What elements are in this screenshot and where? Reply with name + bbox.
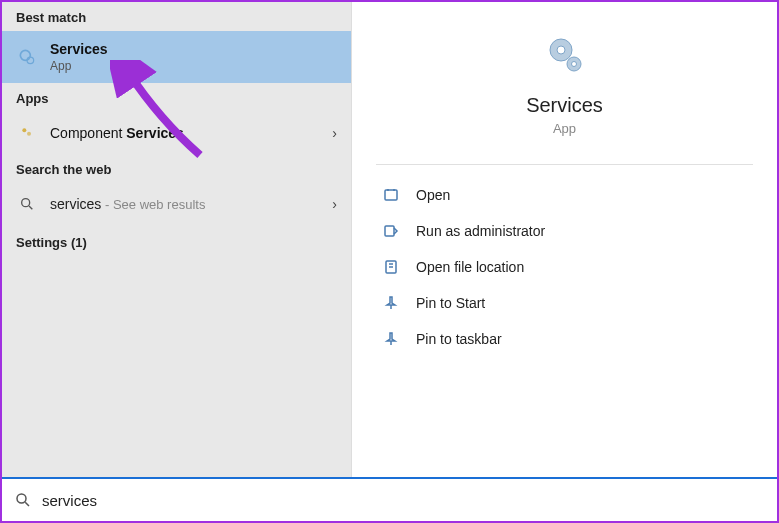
action-pin-start[interactable]: Pin to Start	[352, 285, 777, 321]
gears-icon	[541, 32, 589, 80]
svg-point-9	[571, 62, 576, 67]
svg-rect-10	[385, 190, 397, 200]
search-icon	[14, 491, 32, 509]
result-title: Component Services	[50, 125, 332, 141]
svg-point-4	[22, 199, 30, 207]
search-bar[interactable]	[2, 477, 777, 521]
result-title: services - See web results	[50, 196, 332, 212]
details-panel: Services App Open Run as administrator O…	[352, 2, 777, 477]
result-subtitle: App	[50, 59, 337, 73]
folder-icon	[382, 258, 400, 276]
svg-point-3	[27, 132, 31, 136]
pin-icon	[382, 330, 400, 348]
chevron-right-icon: ›	[332, 125, 337, 141]
svg-line-14	[25, 502, 29, 506]
best-match-header: Best match	[2, 2, 351, 31]
component-icon	[16, 122, 38, 144]
svg-point-2	[22, 128, 26, 132]
svg-point-13	[17, 494, 26, 503]
actions-list: Open Run as administrator Open file loca…	[352, 171, 777, 363]
action-label: Run as administrator	[416, 223, 545, 239]
shield-icon	[382, 222, 400, 240]
results-panel: Best match Services App Apps Component S…	[2, 2, 352, 477]
divider	[376, 164, 753, 165]
gear-icon	[16, 46, 38, 68]
details-title: Services	[526, 94, 603, 117]
details-subtitle: App	[553, 121, 576, 136]
pin-icon	[382, 294, 400, 312]
svg-point-7	[557, 46, 565, 54]
action-label: Open file location	[416, 259, 524, 275]
apps-header: Apps	[2, 83, 351, 112]
search-icon	[16, 193, 38, 215]
search-input[interactable]	[42, 492, 765, 509]
action-run-admin[interactable]: Run as administrator	[352, 213, 777, 249]
action-open[interactable]: Open	[352, 177, 777, 213]
result-title: Services	[50, 41, 337, 57]
action-label: Open	[416, 187, 450, 203]
result-services[interactable]: Services App	[2, 31, 351, 83]
result-web-search[interactable]: services - See web results ›	[2, 183, 351, 225]
action-pin-taskbar[interactable]: Pin to taskbar	[352, 321, 777, 357]
action-open-location[interactable]: Open file location	[352, 249, 777, 285]
action-label: Pin to taskbar	[416, 331, 502, 347]
settings-header[interactable]: Settings (1)	[2, 225, 351, 260]
action-label: Pin to Start	[416, 295, 485, 311]
open-icon	[382, 186, 400, 204]
svg-rect-11	[385, 226, 394, 236]
search-web-header: Search the web	[2, 154, 351, 183]
svg-line-5	[29, 206, 32, 209]
result-component-services[interactable]: Component Services ›	[2, 112, 351, 154]
chevron-right-icon: ›	[332, 196, 337, 212]
svg-point-0	[20, 50, 30, 60]
